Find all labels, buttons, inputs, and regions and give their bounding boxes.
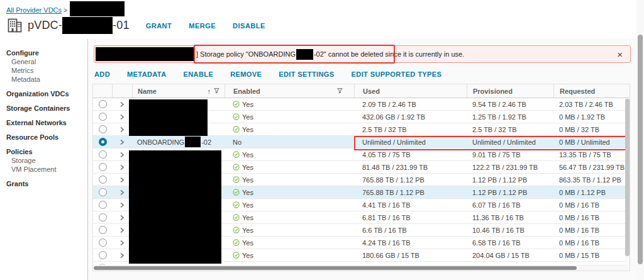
sidebar-item-resource-pools[interactable]: Resource Pools: [0, 133, 87, 142]
sidebar-item-storage-containers[interactable]: Storage Containers: [0, 104, 87, 113]
cell-name: ONBOARDING-02: [132, 136, 225, 148]
expand-chevron-icon[interactable]: [119, 240, 125, 246]
header-cell-select: [93, 84, 112, 98]
cell-enabled: Yes: [225, 186, 354, 198]
cell-select: [93, 211, 112, 223]
cell-requested: 0 MB / 32 TB: [553, 123, 630, 135]
expand-chevron-icon[interactable]: [119, 114, 125, 120]
redaction-box: [129, 150, 221, 264]
remove-button[interactable]: REMOVE: [230, 70, 262, 78]
title-actions: GRANTMERGEDISABLE: [146, 22, 282, 30]
row-radio-button[interactable]: [99, 201, 107, 209]
cell-used: 432.06 GB / 1.92 TB: [354, 111, 467, 123]
top-bar: All Provider VDCs > pVDC- -01: [0, 0, 644, 39]
expand-chevron-icon[interactable]: [119, 164, 125, 171]
sidebar-item-grants[interactable]: Grants: [0, 179, 87, 188]
sidebar-group: Storage Containers: [0, 104, 87, 113]
expand-chevron-icon[interactable]: [119, 227, 125, 233]
expand-chevron-icon[interactable]: [119, 189, 125, 196]
expand-chevron-icon[interactable]: [119, 139, 125, 145]
expand-chevron-icon[interactable]: [119, 252, 125, 259]
sidebar-group: ConfigureGeneralMetricsMetadata: [0, 48, 87, 84]
enabled-value: Yes: [242, 113, 253, 121]
page-scrollbar: [636, 0, 644, 280]
sidebar-item-storage[interactable]: Storage: [0, 156, 87, 165]
cell-enabled: Yes: [225, 161, 354, 173]
enabled-value: Yes: [242, 164, 253, 171]
header-cell-provisioned: Provisioned: [467, 84, 553, 98]
row-radio-button[interactable]: [99, 163, 107, 171]
cell-select: [93, 186, 112, 198]
row-radio-button[interactable]: [99, 176, 107, 184]
enabled-value: Yes: [242, 126, 253, 133]
enabled-yes-icon: [233, 214, 240, 221]
table-toolbar: ADDMETADATAENABLEREMOVEEDIT SETTINGSEDIT…: [94, 70, 458, 78]
sidebar-item-metadata[interactable]: Metadata: [0, 75, 87, 84]
column-header-used[interactable]: Used: [363, 87, 380, 95]
table-vertical-scrollbar-thumb[interactable]: [625, 99, 630, 256]
redaction-box: [70, 1, 125, 16]
alert-message-suffix: -02" cannot be deleted since it is curre…: [314, 50, 464, 58]
row-radio-button[interactable]: [99, 226, 107, 234]
cell-select: [93, 249, 112, 261]
horizontal-scrollbar-thumb[interactable]: [94, 266, 577, 270]
cell-enabled: Yes: [225, 174, 354, 186]
sort-ascending-icon[interactable]: ↑: [208, 87, 211, 95]
cell-enabled: Yes: [225, 148, 354, 160]
alert-close-icon[interactable]: ×: [616, 50, 624, 59]
sidebar-item-configure[interactable]: Configure: [0, 48, 87, 57]
page-scrollbar-thumb[interactable]: [638, 35, 643, 264]
enabled-value: Yes: [242, 214, 253, 221]
row-radio-button[interactable]: [99, 150, 107, 159]
breadcrumb-link-all-provider-vdcs[interactable]: All Provider VDCs: [6, 6, 62, 14]
add-button[interactable]: ADD: [94, 70, 110, 78]
expand-chevron-icon[interactable]: [119, 101, 125, 108]
row-radio-button[interactable]: [99, 138, 107, 146]
sidebar-item-vm-placement[interactable]: VM Placement: [0, 165, 87, 174]
expand-chevron-icon[interactable]: [119, 126, 125, 133]
expand-chevron-icon[interactable]: [119, 152, 125, 158]
header-cell-name: Name ↑: [132, 84, 225, 98]
merge-button[interactable]: MERGE: [189, 22, 216, 30]
page-title-prefix: pVDC-: [28, 19, 62, 32]
header-cell-expand: [112, 84, 132, 98]
cell-select: [93, 199, 112, 211]
cell-requested: 56.47 TB / 231.99 TB: [553, 161, 630, 173]
row-radio-button[interactable]: [99, 113, 107, 121]
storage-policies-table: Name ↑ Enabled: [92, 84, 630, 271]
sidebar-item-metrics[interactable]: Metrics: [0, 66, 87, 75]
cell-enabled: Yes: [225, 224, 354, 236]
cell-requested: 0 MB / 16 TB: [553, 199, 630, 211]
column-header-name[interactable]: Name: [138, 87, 157, 95]
column-header-requested[interactable]: Requested: [560, 87, 595, 95]
redaction-box: [129, 99, 208, 136]
row-radio-button[interactable]: [99, 238, 107, 247]
sidebar-item-external-networks[interactable]: External Networks: [0, 118, 87, 127]
cell-provisioned: 2.5 TB / 32 TB: [467, 123, 553, 135]
edit-settings-button[interactable]: EDIT SETTINGS: [279, 70, 334, 78]
row-radio-button[interactable]: [99, 213, 107, 221]
edit-supported-types-button[interactable]: EDIT SUPPORTED TYPES: [352, 70, 442, 78]
row-radio-button[interactable]: [99, 251, 107, 259]
row-radio-button[interactable]: [99, 125, 107, 133]
row-radio-button[interactable]: [99, 188, 107, 196]
column-header-provisioned[interactable]: Provisioned: [473, 87, 513, 95]
grant-button[interactable]: GRANT: [146, 22, 172, 30]
expand-chevron-icon[interactable]: [119, 202, 125, 208]
sidebar-item-general[interactable]: General: [0, 57, 87, 66]
metadata-button[interactable]: METADATA: [127, 70, 166, 78]
expand-chevron-icon[interactable]: [119, 215, 125, 221]
header-cell-requested: Requested: [553, 84, 630, 98]
row-radio-button[interactable]: [99, 100, 107, 108]
column-header-enabled[interactable]: Enabled: [233, 87, 260, 95]
enabled-yes-icon: [233, 239, 240, 246]
filter-icon[interactable]: [337, 88, 343, 94]
disable-button[interactable]: DISABLE: [233, 22, 265, 30]
sidebar-item-organization-vdcs[interactable]: Organization VDCs: [0, 89, 87, 98]
sidebar-item-policies[interactable]: Policies: [0, 147, 87, 156]
filter-icon[interactable]: [214, 88, 219, 94]
enabled-value: Yes: [242, 151, 253, 159]
enable-button[interactable]: ENABLE: [184, 70, 214, 78]
table-row[interactable]: ONBOARDING-02NoUnlimited / UnlimitedUnli…: [93, 136, 630, 148]
expand-chevron-icon[interactable]: [119, 177, 125, 183]
